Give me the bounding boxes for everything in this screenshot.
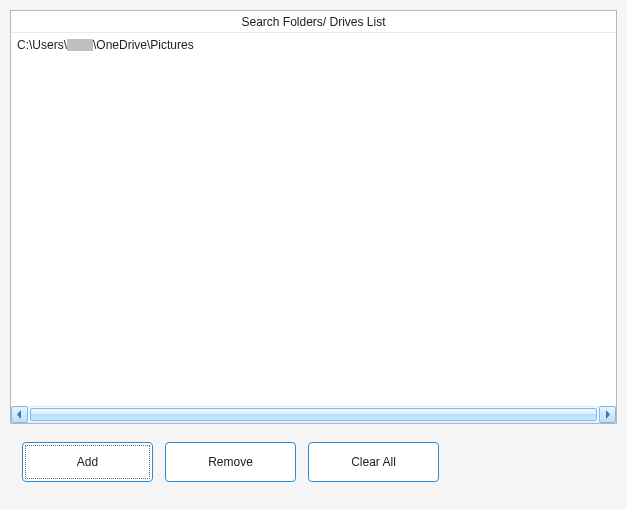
scroll-left-button[interactable] bbox=[11, 406, 28, 423]
chevron-right-icon bbox=[604, 410, 611, 419]
chevron-left-icon bbox=[16, 410, 23, 419]
clear-all-button[interactable]: Clear All bbox=[308, 442, 439, 482]
list-item[interactable]: C:\Users\\OneDrive\Pictures bbox=[17, 37, 610, 53]
remove-button[interactable]: Remove bbox=[165, 442, 296, 482]
folders-list[interactable]: C:\Users\\OneDrive\Pictures bbox=[11, 33, 616, 406]
path-suffix: \OneDrive\Pictures bbox=[93, 38, 194, 52]
scrollbar-thumb[interactable] bbox=[30, 408, 597, 421]
horizontal-scrollbar[interactable] bbox=[11, 406, 616, 423]
scrollbar-track[interactable] bbox=[28, 406, 599, 423]
folders-panel: Search Folders/ Drives List C:\Users\\On… bbox=[10, 10, 617, 424]
panel-title: Search Folders/ Drives List bbox=[11, 11, 616, 33]
add-button[interactable]: Add bbox=[22, 442, 153, 482]
redacted-username bbox=[67, 39, 93, 51]
path-prefix: C:\Users\ bbox=[17, 38, 67, 52]
scroll-right-button[interactable] bbox=[599, 406, 616, 423]
button-row: Add Remove Clear All bbox=[10, 442, 617, 482]
